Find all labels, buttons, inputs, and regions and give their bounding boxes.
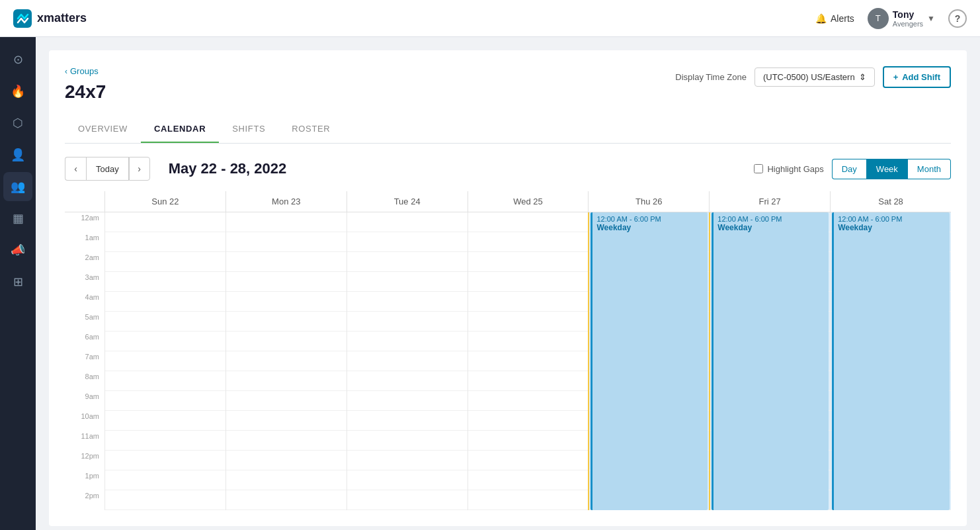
title-section: ‹ Groups 24x7 <box>65 66 106 103</box>
day-header-sun: Sun 22 <box>104 191 225 212</box>
time-1pm: 1pm <box>65 470 104 490</box>
chevron-left-icon: ‹ <box>65 67 67 76</box>
tab-overview[interactable]: OVERVIEW <box>65 116 141 143</box>
main-content: ‹ Groups 24x7 Display Time Zone (UTC-050… <box>36 37 980 530</box>
day-header-tue: Tue 24 <box>347 191 468 212</box>
sidebar: ⊙ 🔥 ⬡ 👤 👥 ▦ 📣 ⊞ <box>0 37 36 530</box>
day-col-fri: 12:00 AM - 6:00 PM Weekday <box>709 212 830 510</box>
time-column: 12am 1am 2am 3am 4am 5am 6am 7am 8am 9am… <box>65 212 104 510</box>
time-header-cell <box>65 191 104 212</box>
megaphone-icon: 📣 <box>11 243 25 257</box>
time-9am: 9am <box>65 391 104 411</box>
sidebar-item-oncall[interactable]: 👥 <box>3 172 32 201</box>
highlight-gaps-checkbox[interactable] <box>754 164 763 173</box>
timezone-arrow-icon: ⇕ <box>859 72 866 82</box>
sidebar-item-settings[interactable]: ⊞ <box>3 267 32 296</box>
event-thu[interactable]: 12:00 AM - 6:00 PM Weekday <box>591 212 708 510</box>
time-12pm: 12pm <box>65 451 104 470</box>
day-col-wed <box>468 212 589 510</box>
add-shift-button[interactable]: + Add Shift <box>883 66 951 88</box>
highlight-gaps-toggle[interactable]: Highlight Gaps <box>754 164 823 174</box>
help-button[interactable]: ? <box>948 9 967 28</box>
sidebar-item-alerts[interactable]: 📣 <box>3 236 32 265</box>
header-controls: Display Time Zone (UTC-0500) US/Eastern … <box>675 66 951 88</box>
sidebar-item-reports[interactable]: ▦ <box>3 204 32 233</box>
settings-icon: ⊞ <box>13 275 23 289</box>
time-4am: 4am <box>65 292 104 312</box>
oncall-icon: 👥 <box>11 179 25 194</box>
event-title-fri: Weekday <box>717 223 825 232</box>
page-header: ‹ Groups 24x7 Display Time Zone (UTC-050… <box>65 66 951 103</box>
time-2am: 2am <box>65 252 104 272</box>
calendar-navigation: ‹ Today › <box>65 157 150 181</box>
time-8am: 8am <box>65 371 104 391</box>
tab-calendar[interactable]: CALENDAR <box>141 116 219 143</box>
user-avatar: T <box>868 8 889 29</box>
prev-period-button[interactable]: ‹ <box>65 157 86 181</box>
event-sat[interactable]: 12:00 AM - 6:00 PM Weekday <box>832 212 950 510</box>
time-3am: 3am <box>65 272 104 292</box>
nav-right: 🔔 Alerts T Tony Avengers ▼ ? <box>815 8 967 29</box>
week-view-button[interactable]: Week <box>866 159 908 179</box>
time-7am: 7am <box>65 351 104 371</box>
app-name: xmatters <box>37 11 87 25</box>
sidebar-item-incidents[interactable]: 🔥 <box>3 77 32 106</box>
day-col-sat: 12:00 AM - 6:00 PM Weekday <box>830 212 951 510</box>
event-time-thu: 12:00 AM - 6:00 PM <box>596 215 704 223</box>
top-navigation: xmatters 🔔 Alerts T Tony Avengers ▼ ? <box>0 0 980 37</box>
view-selector: Day Week Month <box>832 159 951 179</box>
timezone-label: Display Time Zone <box>675 72 747 82</box>
today-button[interactable]: Today <box>86 157 129 181</box>
event-time-fri: 12:00 AM - 6:00 PM <box>717 215 825 223</box>
app-logo[interactable]: xmatters <box>13 9 87 28</box>
alerts-button[interactable]: 🔔 Alerts <box>815 13 854 24</box>
tab-roster[interactable]: ROSTER <box>278 116 343 143</box>
groups-icon: ⬡ <box>13 116 23 130</box>
day-header-fri: Fri 27 <box>709 191 830 212</box>
event-title-sat: Weekday <box>838 223 946 232</box>
sidebar-item-users[interactable]: 👤 <box>3 140 32 169</box>
event-title-thu: Weekday <box>596 223 704 232</box>
svg-rect-0 <box>13 9 32 28</box>
breadcrumb[interactable]: ‹ Groups <box>65 66 106 76</box>
day-header-mon: Mon 23 <box>225 191 347 212</box>
day-header-wed: Wed 25 <box>468 191 589 212</box>
chevron-down-icon: ▼ <box>927 14 935 23</box>
day-columns: 12:00 AM - 6:00 PM Weekday <box>104 212 951 510</box>
day-col-thu: 12:00 AM - 6:00 PM Weekday <box>588 212 709 510</box>
fire-icon: 🔥 <box>11 84 25 99</box>
tab-bar: OVERVIEW CALENDAR SHIFTS ROSTER <box>65 116 951 144</box>
month-view-button[interactable]: Month <box>908 159 951 179</box>
calendar-toolbar: ‹ Today › May 22 - 28, 2022 Highlight Ga… <box>65 157 951 181</box>
sidebar-item-dashboard[interactable]: ⊙ <box>3 45 32 74</box>
event-time-sat: 12:00 AM - 6:00 PM <box>838 215 946 223</box>
time-11am: 11am <box>65 431 104 451</box>
time-6am: 6am <box>65 331 104 351</box>
timezone-selector[interactable]: (UTC-0500) US/Eastern ⇕ <box>755 67 875 87</box>
calendar-grid: Sun 22 Mon 23 Tue 24 Wed 25 Thu 26 Fri 2… <box>65 191 951 510</box>
time-2pm: 2pm <box>65 490 104 510</box>
user-menu[interactable]: T Tony Avengers ▼ <box>868 8 935 29</box>
day-col-tue <box>347 212 468 510</box>
dashboard-icon: ⊙ <box>13 52 23 67</box>
user-info: Tony Avengers <box>893 9 923 28</box>
date-range: May 22 - 28, 2022 <box>169 160 287 177</box>
day-col-sun <box>104 212 225 510</box>
tab-shifts[interactable]: SHIFTS <box>219 116 278 143</box>
reports-icon: ▦ <box>13 211 24 226</box>
day-header-thu: Thu 26 <box>588 191 709 212</box>
next-period-button[interactable]: › <box>129 157 150 181</box>
page-title: 24x7 <box>65 81 106 103</box>
user-icon: 👤 <box>11 148 25 162</box>
day-view-button[interactable]: Day <box>832 159 866 179</box>
sidebar-item-groups[interactable]: ⬡ <box>3 109 32 138</box>
bell-icon: 🔔 <box>815 13 827 24</box>
plus-icon: + <box>893 72 899 82</box>
time-10am: 10am <box>65 411 104 431</box>
calendar-body: 12am 1am 2am 3am 4am 5am 6am 7am 8am 9am… <box>65 212 951 510</box>
page-container: ‹ Groups 24x7 Display Time Zone (UTC-050… <box>49 50 967 526</box>
event-fri[interactable]: 12:00 AM - 6:00 PM Weekday <box>712 212 829 510</box>
day-col-mon <box>225 212 347 510</box>
day-header-sat: Sat 28 <box>830 191 951 212</box>
time-12am: 12am <box>65 212 104 232</box>
